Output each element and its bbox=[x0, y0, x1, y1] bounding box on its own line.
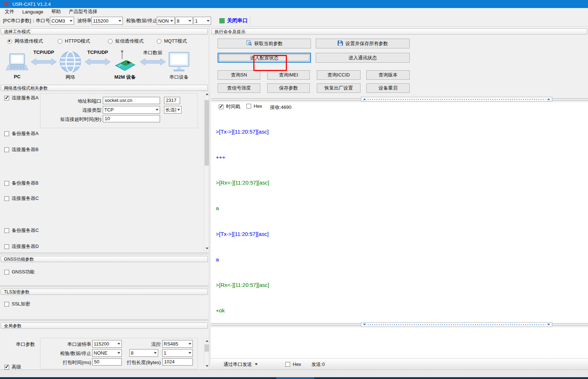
set-save-all-button[interactable]: 设置并保存所有参数 bbox=[316, 39, 410, 48]
query-iccid-button[interactable]: 查询ICCID bbox=[317, 70, 361, 80]
device-reboot-button[interactable]: 设备重启 bbox=[366, 83, 410, 93]
net-params-header: 网络透传模式相关参数 bbox=[1, 85, 208, 91]
section-separator bbox=[0, 253, 209, 254]
log-line: >[Rx<-][11:20:57][asc] bbox=[216, 281, 580, 289]
checkbox-icon bbox=[4, 244, 9, 249]
mode-radio-httpd[interactable]: HTTPD模式 bbox=[58, 38, 90, 44]
checkbox-connect-server-b[interactable]: 连接服务器B bbox=[4, 146, 39, 153]
mode-radio-sms-passthrough[interactable]: 短信透传模式 bbox=[108, 38, 144, 44]
baud-select[interactable]: 115200 bbox=[91, 17, 123, 25]
menu-help[interactable]: 帮助 bbox=[47, 8, 65, 15]
serial-baud-label: 串口波特率 bbox=[51, 341, 91, 348]
floppy-save-icon bbox=[338, 40, 343, 47]
factory-reset-button[interactable]: 恢复出厂设置 bbox=[317, 83, 361, 93]
arrow-left-right-icon bbox=[85, 58, 111, 68]
com-port-select[interactable]: COM3 bbox=[50, 17, 74, 25]
checkbox-icon bbox=[4, 302, 9, 307]
query-sn-button[interactable]: 查询SN bbox=[218, 70, 260, 80]
addr-port-label: 地址和端口 bbox=[44, 98, 101, 105]
log-line: >[Rx<-][11:20:57][asc] bbox=[216, 178, 580, 187]
pc-serial-label: [PC串口参数]：串口号 bbox=[3, 17, 50, 25]
send-via-serial-button[interactable]: 通过串口发送 bbox=[221, 360, 260, 369]
flow-control-select[interactable]: RS485 bbox=[162, 340, 193, 348]
work-mode-header: 选择工作模式 bbox=[1, 28, 208, 35]
radio-icon bbox=[58, 39, 62, 44]
mode-radio-net-passthrough[interactable]: 网络透传模式 bbox=[7, 38, 43, 44]
exec-header: 执行命令及提示 bbox=[211, 28, 587, 35]
serial-databits-select[interactable]: 8 bbox=[129, 349, 158, 357]
log-splitter-handle[interactable] bbox=[361, 97, 552, 102]
chevron-down-icon bbox=[188, 343, 191, 345]
chevron-down-icon bbox=[188, 20, 191, 22]
radio-icon bbox=[157, 39, 161, 44]
query-imei-button[interactable]: 查询IMEI bbox=[267, 70, 310, 80]
doc-search-icon bbox=[246, 40, 252, 47]
checkbox-backup-server-c[interactable]: 备份服务器C bbox=[4, 227, 39, 234]
databits-select[interactable]: 8 bbox=[175, 17, 193, 25]
server-a-address-input[interactable]: socket.usr.cn bbox=[103, 97, 160, 104]
log-line: +++ bbox=[216, 153, 580, 161]
splitter-dots bbox=[368, 324, 545, 325]
port-open-indicator-icon bbox=[219, 18, 225, 23]
serial-stopbits-select[interactable]: 1 bbox=[162, 349, 193, 357]
checkbox-ssl[interactable]: SSL加密 bbox=[4, 301, 30, 307]
server-a-type-select[interactable]: TCP bbox=[103, 106, 160, 114]
collapse-down-icon bbox=[547, 324, 550, 325]
menu-language[interactable]: Language bbox=[18, 9, 47, 15]
serial-baud-select[interactable]: 115200 bbox=[92, 340, 122, 348]
close-port-button[interactable]: 关闭串口 bbox=[218, 16, 249, 25]
m2m-label: M2M 设备 bbox=[108, 74, 142, 80]
app-logo-icon bbox=[3, 1, 9, 7]
checkbox-hex-send[interactable]: Hex bbox=[285, 362, 301, 367]
checkbox-icon bbox=[4, 147, 9, 152]
checkbox-connect-server-a[interactable]: 连接服务器A bbox=[4, 95, 39, 101]
chevron-down-icon bbox=[188, 352, 191, 354]
chevron-down-icon bbox=[154, 352, 157, 354]
link1-label: TCP/UDP bbox=[31, 50, 57, 55]
checkbox-gnss[interactable]: GNSS功能 bbox=[4, 269, 35, 275]
checkbox-connect-server-c[interactable]: 连接服务器C bbox=[4, 195, 39, 202]
checkbox-backup-server-a[interactable]: 备份服务器A bbox=[4, 130, 39, 137]
global-header: 全局参数 bbox=[1, 323, 208, 329]
enter-config-button[interactable]: 进入配置状态 bbox=[218, 53, 311, 63]
save-params-button[interactable]: 保存参数 bbox=[267, 83, 310, 93]
checkbox-icon bbox=[4, 181, 9, 186]
send-input-area[interactable] bbox=[211, 327, 588, 358]
serial-group-label: 串口参数 bbox=[11, 341, 35, 348]
chevron-down-icon bbox=[70, 20, 73, 22]
checkbox-icon bbox=[4, 96, 9, 100]
send-splitter-handle[interactable] bbox=[361, 322, 552, 327]
server-a-port-input[interactable]: 2317 bbox=[164, 97, 180, 104]
short-conn-timeout-label: 短连接超时时间(秒) bbox=[44, 116, 101, 123]
server-a-keepalive-select[interactable]: 长连接 bbox=[164, 106, 182, 114]
splitter-dots bbox=[368, 99, 545, 100]
checkbox-backup-server-b[interactable]: 备份服务器B bbox=[4, 180, 39, 186]
log-line: a bbox=[216, 255, 580, 264]
pack-time-input[interactable]: 50 bbox=[92, 358, 122, 366]
pack-len-input[interactable]: 1024 bbox=[162, 358, 193, 366]
get-params-button[interactable]: 获取当前参数 bbox=[218, 39, 311, 48]
gnss-header: GNSS功能参数 bbox=[1, 256, 208, 262]
checkbox-connect-server-d[interactable]: 连接服务器D bbox=[4, 243, 39, 250]
log-line: a bbox=[216, 204, 580, 212]
server-a-timeout-input[interactable]: 10 bbox=[103, 115, 160, 122]
query-version-button[interactable]: 查询版本 bbox=[366, 70, 410, 80]
parity-select[interactable]: NONI bbox=[157, 17, 175, 25]
serial-parity-select[interactable]: NONE bbox=[92, 349, 122, 357]
checkbox-timestamp[interactable]: 时间戳 bbox=[219, 103, 240, 110]
title-bar: USR-CAT1 V1.2.4 bbox=[0, 0, 588, 8]
chevron-down-icon bbox=[156, 109, 159, 111]
query-signal-button[interactable]: 查信号强度 bbox=[218, 83, 260, 93]
section-separator bbox=[0, 285, 209, 287]
stopbits-select[interactable]: 1 bbox=[194, 17, 211, 25]
network-label: 网络 bbox=[59, 74, 81, 80]
menu-bar: 文件 Language 帮助 产品型号选择 bbox=[0, 8, 588, 15]
mode-radio-mqtt[interactable]: MQTT模式 bbox=[157, 38, 187, 44]
enter-comm-button[interactable]: 进入通讯状态 bbox=[316, 53, 410, 63]
link2-label: TCP/UDP bbox=[85, 50, 111, 55]
dropdown-caret-icon bbox=[255, 363, 258, 365]
checkbox-hex-receive[interactable]: Hex bbox=[246, 103, 262, 109]
menu-file[interactable]: 文件 bbox=[1, 8, 18, 15]
menu-product-model[interactable]: 产品型号选择 bbox=[65, 8, 101, 15]
taskbar-edge-highlight bbox=[276, 377, 314, 379]
